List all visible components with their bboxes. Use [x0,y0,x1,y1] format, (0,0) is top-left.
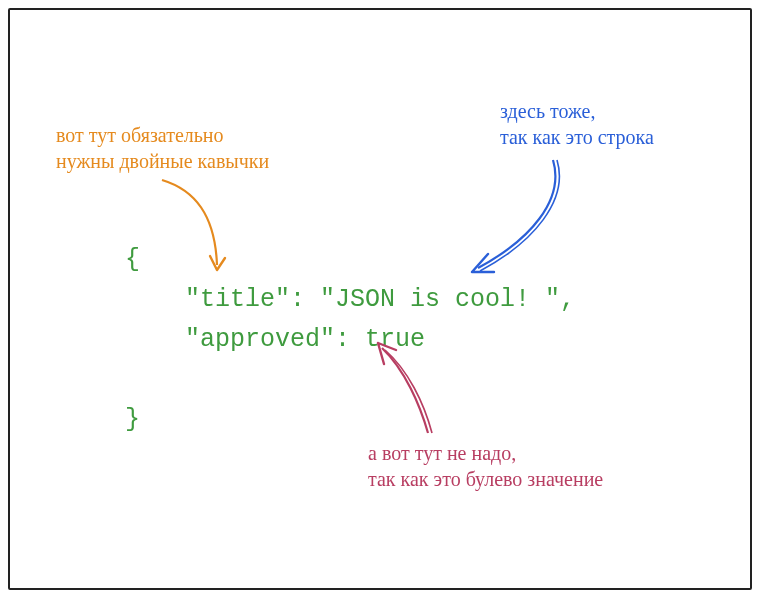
code-line-1: { [125,245,140,274]
annotation-blue-line1: здесь тоже, [500,100,596,122]
annotation-pink-line2: так как это булево значение [368,468,603,490]
annotation-orange-line2: нужны двойные кавычки [56,150,269,172]
annotation-pink-line1: а вот тут не надо, [368,442,516,464]
diagram-frame: вот тут обязательно нужны двойные кавычк… [8,8,752,590]
code-line-2: "title": "JSON is cool! ", [125,285,575,314]
annotation-pink: а вот тут не надо, так как это булево зн… [368,440,603,492]
code-line-3: "approved": true [125,325,425,354]
json-code-block: { "title": "JSON is cool! ", "approved":… [125,240,575,440]
annotation-orange: вот тут обязательно нужны двойные кавычк… [56,122,269,174]
code-line-5: } [125,405,140,434]
annotation-blue-line2: так как это строка [500,126,654,148]
annotation-orange-line1: вот тут обязательно [56,124,224,146]
annotation-blue: здесь тоже, так как это строка [500,98,654,150]
